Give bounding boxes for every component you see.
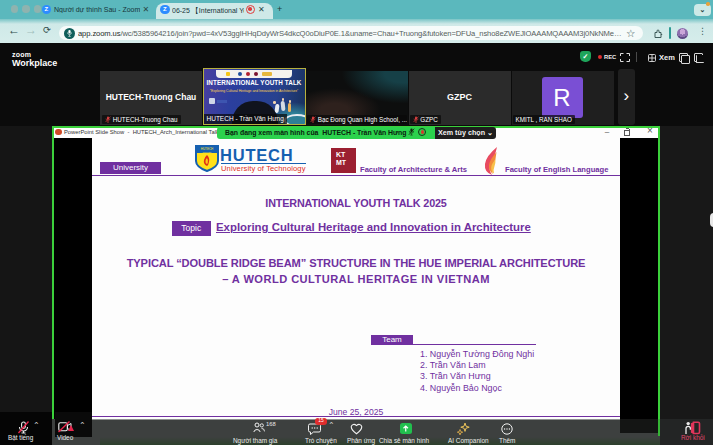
svg-text:KT: KT bbox=[336, 151, 346, 158]
svg-text:University: University bbox=[203, 151, 212, 153]
svg-text:MT: MT bbox=[336, 159, 347, 166]
